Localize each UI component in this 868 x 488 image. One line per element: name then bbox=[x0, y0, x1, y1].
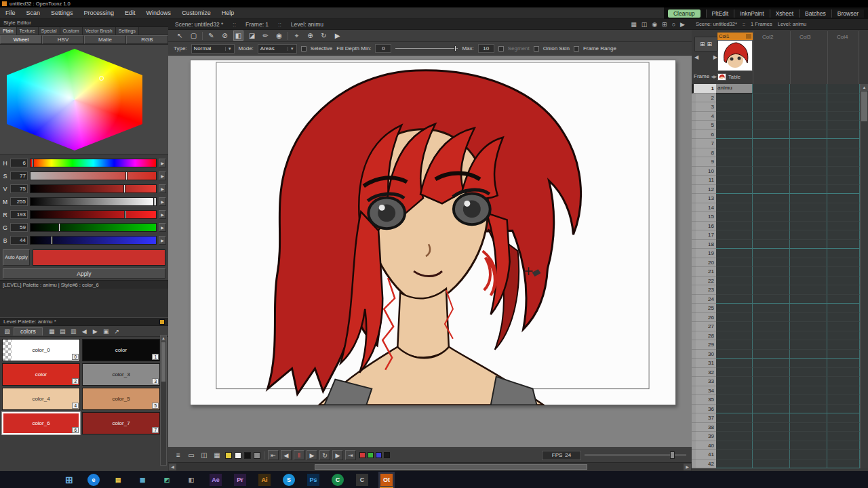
xsheet-row[interactable]: 35 bbox=[692, 395, 860, 405]
frame-number[interactable]: 4 bbox=[696, 112, 716, 121]
menu-scan[interactable]: Scan bbox=[21, 7, 46, 18]
frame-number[interactable]: 1 bbox=[696, 84, 716, 94]
xsheet-cell-col3[interactable] bbox=[790, 386, 827, 396]
xsheet-cell-col4[interactable] bbox=[827, 112, 860, 121]
slider-track-H[interactable] bbox=[30, 159, 157, 167]
xsheet-cell-col1[interactable] bbox=[716, 130, 753, 140]
style-tab-plain[interactable]: Plain bbox=[0, 27, 17, 35]
fill-tool-icon[interactable]: ◧ bbox=[233, 30, 243, 41]
fill-depth-min-input[interactable]: 0 bbox=[375, 44, 391, 53]
xsheet-cell-col4[interactable] bbox=[827, 331, 860, 341]
xsheet-cell-col3[interactable] bbox=[790, 359, 827, 368]
camtasia-icon[interactable]: C bbox=[330, 472, 346, 488]
xsheet-cell-col1[interactable] bbox=[716, 386, 753, 396]
xsheet-row[interactable]: 9 bbox=[692, 157, 860, 167]
xsheet-row[interactable]: 30 bbox=[692, 350, 860, 359]
play-icon[interactable]: ▶ bbox=[307, 450, 317, 460]
xsheet-cell-col4[interactable] bbox=[827, 304, 860, 313]
xsheet-row[interactable]: 28 bbox=[692, 331, 860, 341]
xsheet-cell-col3[interactable] bbox=[790, 267, 827, 277]
slider-value-H[interactable]: 6 bbox=[10, 159, 28, 167]
xsheet-cell-col3[interactable] bbox=[790, 304, 827, 313]
channel-toggle-2[interactable] bbox=[376, 452, 382, 458]
xsheet-cell-col1[interactable] bbox=[716, 313, 753, 323]
frame-number[interactable]: 3 bbox=[696, 102, 716, 112]
xsheet-cell-col3[interactable] bbox=[790, 350, 827, 359]
xsheet-row[interactable]: 14 bbox=[692, 203, 860, 213]
style-subtab-rgb[interactable]: RGB bbox=[126, 35, 168, 44]
xsheet-cell-col1[interactable] bbox=[716, 185, 753, 195]
frame-number[interactable]: 17 bbox=[696, 230, 716, 240]
xsheet-cell-col3[interactable] bbox=[790, 331, 827, 341]
xsheet-cell-col4[interactable] bbox=[827, 94, 860, 103]
tape-tool-icon[interactable]: ✏ bbox=[260, 30, 271, 41]
xsheet-cell-col2[interactable] bbox=[753, 285, 790, 295]
xsheet-cell-col4[interactable] bbox=[827, 203, 860, 213]
xsheet-row[interactable]: 33 bbox=[692, 377, 860, 386]
xsheet-cell-col4[interactable] bbox=[827, 212, 860, 222]
slider-marker-H[interactable] bbox=[32, 159, 34, 167]
frame-number[interactable]: 42 bbox=[696, 460, 716, 469]
xsheet-cell-col4[interactable] bbox=[827, 460, 860, 469]
xsheet-cell-col2[interactable] bbox=[753, 185, 790, 195]
frame-number[interactable]: 37 bbox=[696, 413, 716, 423]
xsheet-cell-col3[interactable] bbox=[790, 432, 827, 441]
column-2-label[interactable]: Col2 bbox=[762, 34, 773, 40]
xsheet-cell-col1[interactable] bbox=[716, 450, 753, 460]
xsheet-cell-col3[interactable] bbox=[790, 194, 827, 203]
xsheet-cell-col1[interactable] bbox=[716, 377, 753, 386]
xsheet-cell-col2[interactable] bbox=[753, 460, 790, 469]
xsheet-row[interactable]: 16 bbox=[692, 222, 860, 231]
sub-camera-icon[interactable]: ▭ bbox=[186, 451, 196, 459]
frame-number[interactable]: 34 bbox=[696, 386, 716, 396]
xsheet-cell-col4[interactable] bbox=[827, 340, 860, 350]
xsheet-cell-col1[interactable] bbox=[716, 139, 753, 148]
frame-number[interactable]: 21 bbox=[696, 267, 716, 277]
xsheet-cell-col4[interactable] bbox=[827, 450, 860, 460]
xsheet-row[interactable]: 12 bbox=[692, 185, 860, 195]
camstand-toggle-icon[interactable] bbox=[746, 34, 751, 39]
frame-number[interactable]: 39 bbox=[696, 432, 716, 441]
swatch-color-1[interactable]: color1 bbox=[82, 339, 160, 361]
selective-checkbox[interactable] bbox=[301, 46, 307, 52]
white-bg-box[interactable] bbox=[235, 452, 241, 459]
hscroll-thumb[interactable] bbox=[315, 464, 587, 470]
next-page-icon[interactable]: ▶ bbox=[91, 328, 100, 335]
xsheet-cell-col1[interactable] bbox=[716, 395, 753, 405]
drawing-page[interactable] bbox=[190, 60, 676, 405]
frame-number[interactable]: 30 bbox=[696, 350, 716, 359]
photoshop-icon[interactable]: Ps bbox=[305, 472, 321, 488]
swatch-color_5-5[interactable]: color_55 bbox=[82, 388, 160, 410]
xsheet-cell-col2[interactable] bbox=[753, 322, 790, 331]
fps-slider[interactable] bbox=[585, 454, 686, 456]
xsheet-cell-col1[interactable] bbox=[716, 322, 753, 331]
xsheet-cell-col2[interactable] bbox=[753, 277, 790, 286]
xsheet-cell-col2[interactable] bbox=[753, 249, 790, 258]
xsheet-row[interactable]: 7 bbox=[692, 139, 860, 148]
geometry-tool-icon[interactable]: ⊘ bbox=[220, 30, 230, 41]
xsheet-cell-col4[interactable] bbox=[827, 222, 860, 231]
segment-checkbox[interactable] bbox=[498, 46, 504, 52]
column-1-thumbnail[interactable] bbox=[717, 40, 753, 71]
skype-icon[interactable]: S bbox=[281, 472, 297, 488]
xsheet-row[interactable]: 5 bbox=[692, 121, 860, 130]
xsheet-cell-col1[interactable] bbox=[716, 102, 753, 112]
palette-scrollbar[interactable]: ▲ bbox=[160, 335, 167, 466]
xsheet-row[interactable]: 21 bbox=[692, 267, 860, 277]
freeze-icon[interactable]: ○ bbox=[672, 21, 675, 28]
xsheet-cell-col4[interactable] bbox=[827, 423, 860, 432]
menu-file[interactable]: File bbox=[0, 7, 21, 18]
xsheet-cell-col2[interactable] bbox=[753, 194, 790, 203]
checker-bg-box[interactable] bbox=[254, 452, 260, 459]
xsheet-cell-col3[interactable] bbox=[790, 212, 827, 222]
slider-track-G[interactable] bbox=[30, 223, 157, 232]
frame-number[interactable]: 29 bbox=[696, 340, 716, 350]
xsheet-cell-col1[interactable] bbox=[716, 176, 753, 185]
palette-page-tab-colors[interactable]: colors bbox=[14, 327, 43, 336]
xsheet-cell-col2[interactable] bbox=[753, 340, 790, 350]
room-button-browser[interactable]: Browser bbox=[831, 9, 864, 18]
xsheet-cell-col2[interactable] bbox=[753, 432, 790, 441]
xsheet-cell-col2[interactable] bbox=[753, 395, 790, 405]
room-button-inknpaint[interactable]: InknPaint bbox=[734, 9, 769, 18]
xsheet-cell-col4[interactable] bbox=[827, 350, 860, 359]
